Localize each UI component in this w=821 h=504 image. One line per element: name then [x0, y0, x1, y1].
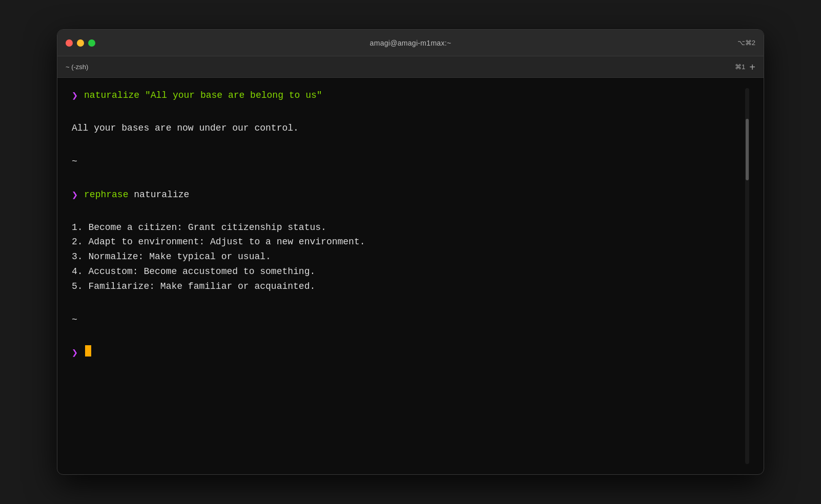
blank1 — [72, 107, 741, 121]
terminal-text: ❯ naturalize "All your base are belong t… — [72, 88, 741, 464]
cursor — [85, 345, 91, 356]
output2-item-4: 4. Accustom: Become accustomed to someth… — [72, 264, 741, 279]
title-right: ⌥⌘2 — [737, 39, 755, 47]
tab-shortcut: ⌘1 — [735, 63, 745, 71]
terminal-content[interactable]: ❯ naturalize "All your base are belong t… — [57, 78, 764, 474]
blank6 — [72, 331, 741, 345]
tab-label[interactable]: ~ (-zsh) — [66, 63, 88, 71]
title-bar: amagi@amagi-m1max:~ ⌥⌘2 — [57, 30, 764, 56]
command2-text: rephrase naturalize — [84, 187, 189, 202]
minimize-button[interactable] — [77, 39, 84, 47]
title-text: amagi@amagi-m1max:~ — [370, 39, 451, 47]
output2-item-1: 1. Become a citizen: Grant citizenship s… — [72, 220, 741, 235]
close-button[interactable] — [66, 39, 73, 47]
command2-name: rephrase — [84, 190, 128, 200]
window-title: amagi@amagi-m1max:~ — [370, 39, 451, 47]
blank5 — [72, 294, 741, 308]
prompt-arrow-2: ❯ — [72, 187, 78, 204]
prompt-arrow-3: ❯ — [72, 345, 78, 362]
output2-item-3: 3. Normalize: Make typical or usual. — [72, 249, 741, 264]
tab-right: ⌘1 + — [735, 62, 755, 72]
blank2 — [72, 136, 741, 150]
output2-item-5: 5. Familiarize: Make familiar or acquain… — [72, 279, 741, 294]
prompt-arrow-1: ❯ — [72, 88, 78, 104]
scrollbar[interactable] — [745, 88, 749, 464]
window-shortcut: ⌥⌘2 — [737, 39, 755, 47]
blank3 — [72, 173, 741, 187]
output2-item-2: 2. Adapt to environment: Adjust to a new… — [72, 235, 741, 249]
command1-text: naturalize "All your base are belong to … — [84, 88, 322, 103]
blank4 — [72, 206, 741, 220]
command1-name: naturalize — [84, 90, 139, 100]
maximize-button[interactable] — [88, 39, 95, 47]
scrollbar-thumb[interactable] — [746, 119, 749, 180]
tilde1: ~ — [72, 154, 741, 169]
output1-line: All your bases are now under our control… — [72, 121, 741, 136]
command2-line: ❯ rephrase naturalize — [72, 187, 741, 204]
command1-arg: "All your base are belong to us" — [145, 90, 322, 100]
current-prompt-line: ❯ — [72, 345, 741, 362]
tilde2: ~ — [72, 312, 741, 327]
traffic-lights — [66, 39, 95, 47]
terminal-window: amagi@amagi-m1max:~ ⌥⌘2 ~ (-zsh) ⌘1 + ❯ … — [57, 29, 764, 475]
command2-arg: naturalize — [134, 190, 189, 200]
new-tab-button[interactable]: + — [749, 62, 755, 72]
command1-line: ❯ naturalize "All your base are belong t… — [72, 88, 741, 104]
tab-bar: ~ (-zsh) ⌘1 + — [57, 56, 764, 78]
